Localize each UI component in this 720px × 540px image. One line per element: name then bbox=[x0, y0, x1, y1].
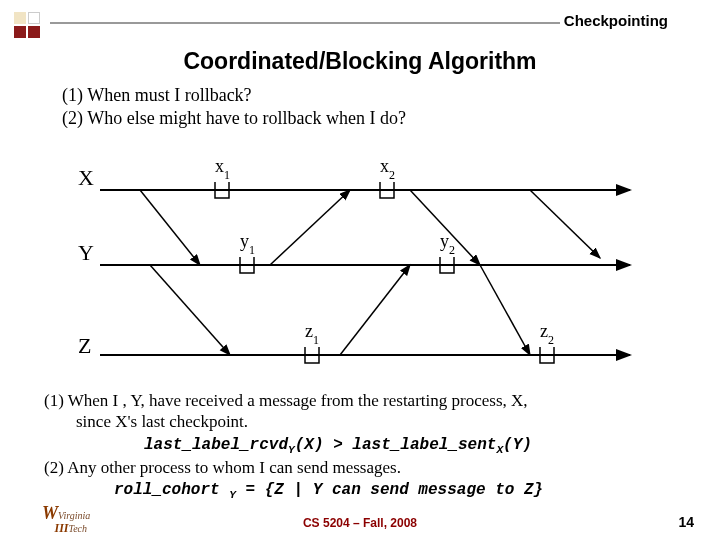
answers-block: (1) When I , Y, have received a message … bbox=[44, 390, 690, 502]
svg-line-6 bbox=[530, 190, 600, 258]
question-2: (2) Who else might have to rollback when… bbox=[62, 107, 406, 130]
proc-label-z: Z bbox=[78, 333, 91, 358]
question-list: (1) When must I rollback? (2) Who else m… bbox=[62, 84, 406, 131]
timeline-diagram: X Y Z x1 bbox=[60, 140, 660, 380]
proc-label-y: Y bbox=[78, 240, 94, 265]
svg-line-7 bbox=[150, 265, 230, 355]
slide-title: Coordinated/Blocking Algorithm bbox=[0, 48, 720, 75]
svg-text:x2: x2 bbox=[380, 156, 395, 182]
page-number: 14 bbox=[678, 514, 694, 530]
question-1: (1) When must I rollback? bbox=[62, 84, 406, 107]
answer-1-line2: since X's last checkpoint. bbox=[44, 411, 690, 432]
answer-1-code: last_label_rcvdY(X) > last_label_sentX(Y… bbox=[44, 433, 690, 457]
svg-line-5 bbox=[410, 190, 480, 265]
proc-label-x: X bbox=[78, 165, 94, 190]
answer-1-line1: (1) When I , Y, have received a message … bbox=[44, 390, 690, 411]
answer-2-code: roll_cohort Y = {Z | Y can send message … bbox=[44, 478, 690, 502]
svg-text:y1: y1 bbox=[240, 231, 255, 257]
svg-text:z2: z2 bbox=[540, 321, 554, 347]
svg-line-3 bbox=[140, 190, 200, 265]
svg-line-4 bbox=[270, 190, 350, 265]
svg-line-8 bbox=[340, 265, 410, 355]
svg-text:z1: z1 bbox=[305, 321, 319, 347]
svg-text:x1: x1 bbox=[215, 156, 230, 182]
footer-course: CS 5204 – Fall, 2008 bbox=[0, 516, 720, 530]
header-label: Checkpointing bbox=[560, 12, 672, 29]
svg-line-9 bbox=[480, 265, 530, 355]
answer-2-line1: (2) Any other process to whom I can send… bbox=[44, 457, 690, 478]
